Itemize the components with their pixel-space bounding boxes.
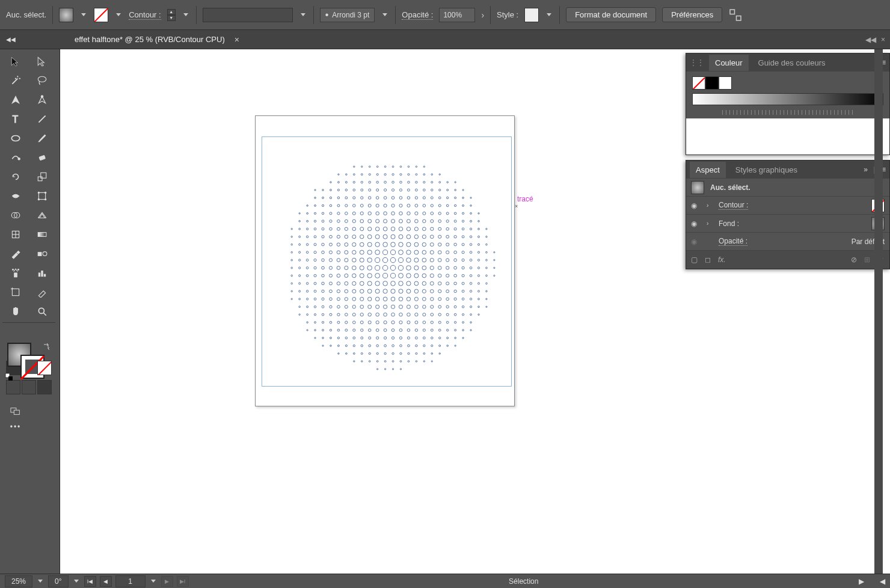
scroll-left-icon[interactable]: ◀ [880,577,885,586]
panel-collapse-icon[interactable]: ◀◀ [865,35,876,44]
zoom-tool[interactable] [29,302,55,321]
preferences-button[interactable]: Préférences [662,7,722,22]
clear-appearance-icon[interactable]: ⊘ [851,256,857,264]
eraser-tool[interactable] [29,148,55,167]
rotate-tool[interactable] [2,167,29,186]
stroke-attr-label[interactable]: Contour : [719,201,748,210]
color-tab[interactable]: Couleur [709,55,749,71]
appearance-stroke-row[interactable]: ◉ › Contour : [686,197,889,215]
column-graph-tool[interactable] [29,263,55,283]
new-art-basic-icon[interactable]: ▢ [691,256,698,264]
grayscale-ramp[interactable] [692,93,883,105]
document-tab[interactable]: effet halftone* @ 25 % (RVB/Contour CPU)… [65,31,249,48]
pen-tool[interactable] [2,90,29,109]
brush-definition[interactable] [203,8,293,22]
artboard-dropdown[interactable] [149,574,158,589]
appearance-opacity-row[interactable]: ◉ Opacité : Par défaut [686,233,889,251]
doc-setup-button[interactable]: Format de document [566,7,656,22]
artboard-tool[interactable] [2,283,29,302]
profile-dropdown[interactable] [381,8,389,22]
contour-label[interactable]: Contour : [129,10,161,20]
visibility-icon[interactable]: ◉ [691,201,701,210]
appearance-fill-row[interactable]: ◉ › Fond : [686,215,889,233]
symbol-sprayer-tool[interactable] [2,263,29,283]
svg-point-516 [399,321,402,324]
rotation-field[interactable]: 0° [48,575,68,587]
opacity-attr-label[interactable]: Opacité : [719,237,747,246]
slice-tool[interactable] [29,283,55,302]
opacity-label[interactable]: Opacité : [402,10,433,20]
stroke-weight-dropdown[interactable] [182,8,190,22]
zoom-field[interactable]: 25% [5,575,32,587]
brush-dropdown[interactable] [299,8,307,22]
status-play-icon[interactable]: ▶ [859,577,864,586]
first-artboard-button[interactable]: I◀ [84,576,96,587]
perspective-grid-tool[interactable] [29,206,55,225]
shaper-tool[interactable] [2,148,29,167]
shape-builder-tool[interactable] [2,206,29,225]
svg-point-254 [375,242,379,247]
default-fill-stroke-icon[interactable] [5,373,13,381]
stroke-profile-combo[interactable]: • Arrondi 3 pt [320,8,375,22]
gradient-tool[interactable] [29,225,55,244]
visibility-icon[interactable]: ◉ [691,219,701,228]
close-tab-icon[interactable]: × [235,35,239,44]
eyedropper-tool[interactable] [2,244,29,263]
zoom-dropdown[interactable] [36,574,44,589]
type-tool[interactable]: T [2,109,29,129]
artboard-number[interactable]: 1 [115,575,146,587]
rotation-dropdown[interactable] [72,574,81,589]
color-none-swatch[interactable] [692,76,705,90]
paintbrush-tool[interactable] [29,129,55,148]
color-guide-tab[interactable]: Guide des couleurs [752,55,832,71]
prev-artboard-button[interactable]: ◀ [100,576,112,587]
direct-selection-tool[interactable] [29,52,55,71]
style-dropdown[interactable] [545,8,553,22]
color-spectrum-placeholder[interactable] [686,118,889,155]
panel-grip-icon[interactable]: ⋮⋮ [690,58,704,67]
align-panel-icon[interactable] [728,8,743,22]
svg-point-197 [337,227,340,230]
opacity-input[interactable] [439,8,475,22]
collapse-toolbox-icon[interactable]: ◀◀ [6,36,16,43]
graphic-styles-tab[interactable]: Styles graphiques [729,162,803,178]
hand-tool[interactable] [2,302,29,321]
color-white-swatch[interactable] [719,76,732,90]
selection-tool[interactable] [2,52,29,71]
expand-icon[interactable]: › [707,220,713,227]
svg-point-351 [299,275,301,277]
expand-icon[interactable]: › [707,202,713,209]
swap-fill-stroke-icon[interactable] [42,343,51,351]
panel-close-icon[interactable]: × [881,35,885,44]
fill-dropdown[interactable] [79,8,88,22]
fill-attr-label[interactable]: Fond : [719,219,739,228]
width-tool[interactable] [2,186,29,206]
halftone-artwork[interactable] [278,153,501,376]
edit-toolbar[interactable]: ••• [2,417,29,436]
artboard[interactable] [255,115,515,406]
fill-swatch[interactable] [59,8,73,22]
stroke-dropdown[interactable] [114,8,123,22]
svg-point-347 [477,267,479,269]
new-art-icon[interactable]: ◻ [705,256,711,264]
color-mode-none[interactable] [37,361,52,375]
scale-tool[interactable] [29,167,55,186]
add-effect-label[interactable]: fx. [718,256,726,264]
stroke-weight-stepper[interactable]: ▲▼ [167,9,176,21]
line-tool[interactable] [29,109,55,129]
svg-point-71 [392,181,394,183]
blend-tool[interactable] [29,244,55,263]
style-swatch[interactable] [524,8,539,22]
opacity-more[interactable]: › [481,10,484,20]
magic-wand-tool[interactable] [2,71,29,90]
lasso-tool[interactable] [29,71,55,90]
color-black-swatch[interactable] [705,76,719,90]
stroke-swatch[interactable] [94,8,108,22]
aspect-tab[interactable]: Aspect [690,162,726,178]
curvature-tool[interactable] [29,90,55,109]
vertical-scrollbar[interactable] [874,49,883,574]
panel-expand-icon[interactable]: » [864,165,868,174]
mesh-tool[interactable] [2,225,29,244]
ellipse-tool[interactable] [2,129,29,148]
free-transform-tool[interactable] [29,186,55,206]
